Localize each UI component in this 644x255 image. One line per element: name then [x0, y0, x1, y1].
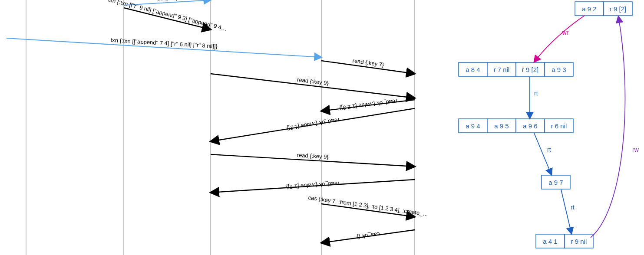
- dependency-edge-label: rt: [571, 204, 575, 211]
- txn-node: a 9 2r 9 [2]: [575, 2, 632, 16]
- sequence-message-label: read_ok {:value [1 2 3]}: [339, 98, 397, 111]
- txn-op-label: r 7 nil: [494, 66, 510, 73]
- txn-op-label: a 8 4: [466, 66, 480, 73]
- txn-node: a 4 1r 9 nil: [536, 234, 593, 248]
- dependency-edge: [561, 190, 571, 234]
- sequence-message-label: read_ok {:value [1 2]}: [286, 180, 340, 190]
- txn-op-label: r 6 nil: [551, 122, 567, 130]
- dependency-edge-label: rt: [534, 90, 538, 97]
- dependency-edge: [534, 16, 585, 62]
- txn-op-label: a 9 7: [548, 179, 563, 186]
- dependency-edge-label: wr: [562, 29, 569, 36]
- dependency-edge: [591, 16, 625, 238]
- sequence-message-label: cas {:key 7, :from [1 2 3], :to [1 2 3 4…: [308, 194, 429, 217]
- txn-op-label: a 9 2: [582, 5, 596, 13]
- txn-op-label: a 9 4: [466, 122, 480, 130]
- txn-op-label: r 9 [2]: [610, 5, 626, 13]
- sequence-message-label: txn_ok {: [157, 0, 178, 2]
- sequence-diagram: txn_ok {txn {:txn [["r" 9 nil] ["append"…: [7, 0, 429, 255]
- dependency-edge: [534, 133, 552, 175]
- txn-node: a 8 4r 7 nilr 9 [2]a 9 3: [459, 62, 573, 76]
- txn-dependency-graph: a 9 2r 9 [2]a 8 4r 7 nilr 9 [2]a 9 3a 9 …: [459, 2, 639, 248]
- txn-op-label: a 9 6: [523, 122, 537, 130]
- dependency-edge-label: rw: [632, 146, 639, 153]
- txn-op-label: a 9 3: [552, 66, 566, 73]
- txn-op-label: a 9 5: [494, 122, 509, 130]
- txn-op-label: a 4 1: [543, 238, 557, 245]
- sequence-message-label: read {:key 9}: [297, 152, 329, 160]
- diagram-canvas: txn_ok {txn {:txn [["r" 9 nil] ["append"…: [0, 0, 644, 255]
- dependency-edge-label: rt: [547, 146, 551, 153]
- sequence-message-label: read {:key 7}: [352, 57, 385, 68]
- sequence-message-label: txn {:txn [["r" 9 nil] ["append" 9 3] ["…: [108, 0, 228, 32]
- txn-op-label: r 9 [2]: [522, 66, 538, 73]
- txn-node: a 9 7: [542, 175, 570, 189]
- txn-node: a 9 4a 9 5a 9 6r 6 nil: [459, 119, 573, 133]
- txn-op-label: r 9 nil: [571, 238, 587, 245]
- sequence-message-label: read_ok {:value [1 2]}: [286, 117, 340, 132]
- sequence-message-label: cas_ok {}: [356, 231, 380, 240]
- sequence-message-arrow: [211, 74, 415, 98]
